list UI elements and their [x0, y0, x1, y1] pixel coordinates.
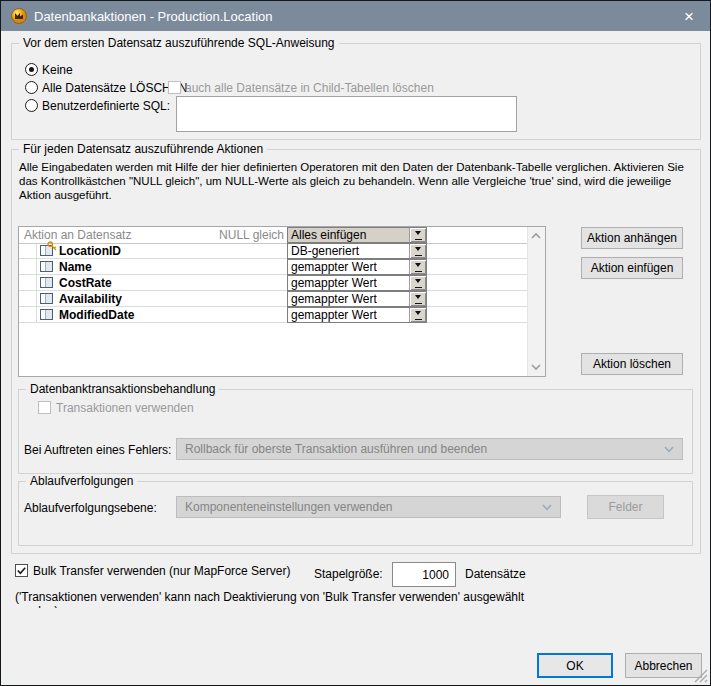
batch-size-unit: Datensätze [465, 567, 526, 581]
field-name: CostRate [59, 276, 112, 290]
row-action-dropdown[interactable]: gemappter Wert [287, 259, 427, 275]
table-row[interactable]: CostRate [19, 275, 528, 291]
window-title: Datenbankaktionen - Production.Location [34, 9, 273, 24]
table-row[interactable]: LocationID [19, 243, 528, 259]
dropdown-arrow-icon[interactable] [409, 276, 426, 290]
trace-level-label: Ablaufverfolgungsebene: [24, 501, 157, 515]
table-header-action: Aktion an Datensatz [24, 228, 131, 242]
group-title: Vor dem ersten Datensatz auszuführende S… [19, 36, 339, 50]
custom-sql-input[interactable] [176, 96, 517, 132]
field-name: LocationID [59, 244, 121, 258]
resize-grip[interactable] [694, 669, 708, 683]
insert-action-button[interactable]: Aktion einfügen [581, 257, 683, 279]
dropdown-arrow-icon[interactable] [409, 244, 426, 258]
radio-keine-label[interactable]: Keine [42, 63, 73, 77]
dropdown-arrow-icon[interactable] [409, 308, 426, 322]
radio-custom-sql[interactable] [25, 99, 38, 112]
close-icon[interactable]: × [678, 5, 700, 27]
dropdown-arrow-icon[interactable] [409, 260, 426, 274]
on-error-dropdown: Rollback für oberste Transaktion ausführ… [176, 438, 683, 460]
row-action-dropdown[interactable]: DB-generiert [287, 243, 427, 259]
on-error-label: Bei Auftreten eines Fehlers: [24, 443, 171, 457]
checkbox-use-transactions [38, 401, 51, 414]
field-name: ModifiedDate [59, 308, 134, 322]
dropdown-arrow-icon[interactable] [409, 228, 426, 242]
bulk-note-line2-clipped: werden) [15, 604, 135, 608]
radio-delete-all[interactable] [25, 81, 38, 94]
radio-delete-all-label[interactable]: Alle Datensätze LÖSCHEN [42, 81, 187, 95]
ok-button[interactable]: OK [537, 653, 613, 678]
radio-keine[interactable] [25, 63, 38, 76]
title-bar[interactable]: Datenbankaktionen - Production.Location … [1, 1, 710, 31]
checkbox-delete-child-tables-label: auch alle Datensätze in Child-Tabellen l… [185, 81, 434, 95]
mapforce-app-icon [11, 8, 27, 24]
table-action-dropdown[interactable]: Alles einfügen [287, 227, 427, 243]
append-action-button[interactable]: Aktion anhängen [581, 227, 683, 249]
table-row[interactable]: Name [19, 259, 528, 275]
radio-custom-sql-label[interactable]: Benutzerdefinierte SQL: [42, 99, 170, 113]
table-header-null-equal: NULL gleich [169, 228, 284, 242]
actions-description: Alle Eingabedaten werden mit Hilfe der h… [19, 160, 695, 202]
checkbox-bulk-transfer[interactable] [15, 564, 28, 577]
row-action-dropdown[interactable]: gemappter Wert [287, 291, 427, 307]
bulk-note-line1: ('Transaktionen verwenden' kann nach Dea… [15, 590, 524, 604]
group-title: Ablaufverfolgungen [26, 474, 137, 488]
delete-action-button[interactable]: Aktion löschen [581, 353, 683, 375]
column-icon [40, 293, 53, 304]
table-row[interactable]: ModifiedDate [19, 307, 528, 323]
group-title: Für jeden Datensatz auszuführende Aktion… [19, 142, 267, 156]
check-icon [16, 565, 27, 576]
field-name: Availability [59, 292, 122, 306]
cancel-button[interactable]: Abbrechen [625, 653, 702, 678]
batch-size-label: Stapelgröße: [314, 567, 383, 581]
key-icon [47, 241, 57, 251]
column-icon [40, 261, 53, 272]
batch-size-input[interactable] [392, 562, 456, 587]
field-name: Name [59, 260, 92, 274]
column-icon [40, 277, 53, 288]
chevron-down-icon [664, 446, 674, 453]
scroll-up-icon[interactable] [531, 232, 541, 240]
vertical-scrollbar[interactable] [527, 227, 545, 376]
dropdown-arrow-icon[interactable] [409, 292, 426, 306]
scroll-down-icon[interactable] [531, 363, 541, 371]
row-action-dropdown[interactable]: gemappter Wert [287, 275, 427, 291]
checkbox-bulk-transfer-label[interactable]: Bulk Transfer verwenden (nur MapForce Se… [33, 564, 290, 578]
record-actions-table: Aktion an Datensatz NULL gleich Alles ei… [18, 226, 546, 377]
checkbox-delete-child-tables [168, 81, 181, 94]
fields-button: Felder [587, 495, 664, 519]
chevron-down-icon [542, 504, 552, 511]
row-action-dropdown[interactable]: gemappter Wert [287, 307, 427, 323]
database-actions-dialog: Datenbankaktionen - Production.Location … [0, 0, 711, 686]
table-row[interactable]: Availability [19, 291, 528, 307]
group-title: Datenbanktransaktionsbehandlung [26, 382, 219, 396]
column-icon [40, 309, 53, 320]
trace-level-dropdown: Komponenteneinstellungen verwenden [176, 496, 561, 518]
checkbox-use-transactions-label: Transaktionen verwenden [56, 401, 194, 415]
